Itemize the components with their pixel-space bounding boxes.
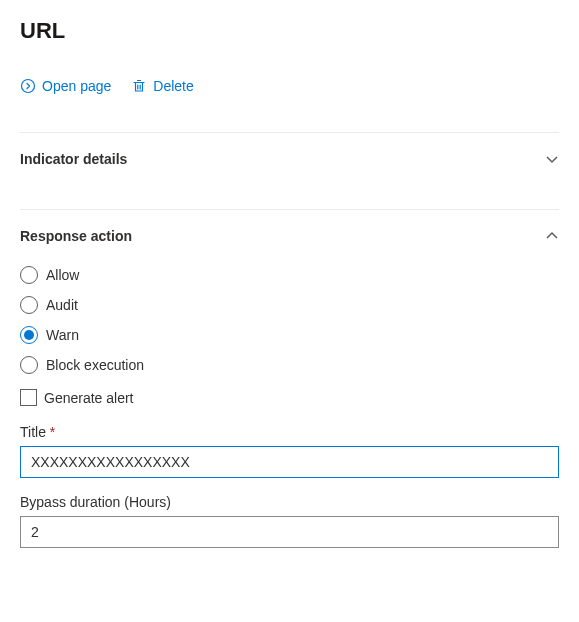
title-field-label: Title * [20, 424, 559, 440]
radio-indicator [20, 326, 38, 344]
bypass-field-group: Bypass duration (Hours) [20, 494, 559, 548]
radio-label: Warn [46, 327, 79, 343]
action-radio-group: Allow Audit Warn Block execution [20, 266, 559, 374]
required-indicator: * [50, 424, 55, 440]
page-title: URL [20, 18, 559, 44]
chevron-up-icon [545, 229, 559, 243]
indicator-details-header[interactable]: Indicator details [20, 133, 559, 185]
radio-indicator [20, 296, 38, 314]
delete-icon [131, 78, 147, 94]
generate-alert-checkbox[interactable]: Generate alert [20, 389, 559, 406]
open-page-label: Open page [42, 78, 111, 94]
chevron-down-icon [545, 152, 559, 166]
bypass-duration-input[interactable] [20, 516, 559, 548]
response-action-title: Response action [20, 228, 132, 244]
radio-indicator [20, 356, 38, 374]
radio-label: Allow [46, 267, 79, 283]
action-bar: Open page Delete [20, 78, 559, 94]
svg-point-0 [22, 80, 35, 93]
response-action-header[interactable]: Response action [20, 210, 559, 262]
indicator-details-title: Indicator details [20, 151, 127, 167]
open-page-icon [20, 78, 36, 94]
radio-label: Audit [46, 297, 78, 313]
response-action-body: Allow Audit Warn Block execution Generat… [20, 262, 559, 548]
delete-button[interactable]: Delete [131, 78, 193, 94]
checkbox-label: Generate alert [44, 390, 134, 406]
radio-allow[interactable]: Allow [20, 266, 559, 284]
radio-indicator [20, 266, 38, 284]
delete-label: Delete [153, 78, 193, 94]
radio-warn[interactable]: Warn [20, 326, 559, 344]
radio-block-execution[interactable]: Block execution [20, 356, 559, 374]
title-input[interactable] [20, 446, 559, 478]
radio-audit[interactable]: Audit [20, 296, 559, 314]
radio-label: Block execution [46, 357, 144, 373]
checkbox-indicator [20, 389, 37, 406]
title-field-group: Title * [20, 424, 559, 478]
open-page-button[interactable]: Open page [20, 78, 111, 94]
bypass-field-label: Bypass duration (Hours) [20, 494, 559, 510]
